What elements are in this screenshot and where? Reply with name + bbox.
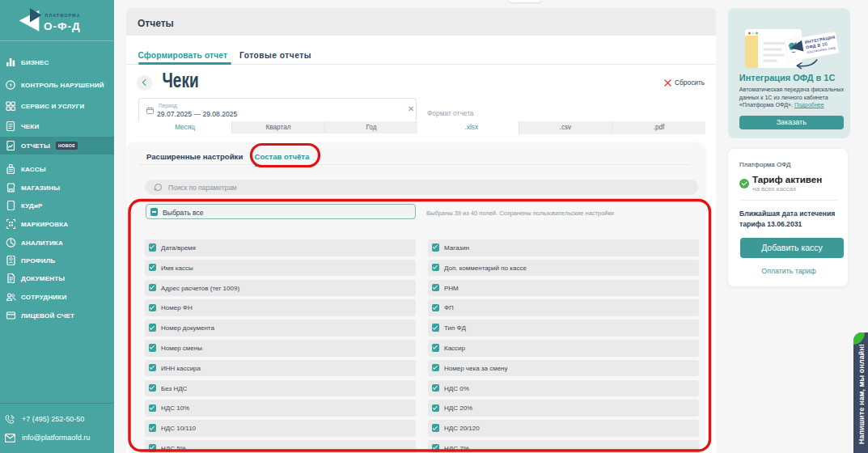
- svg-text:О-Ф-Д: О-Ф-Д: [44, 20, 81, 32]
- svg-text:ПЛАТФОРМА: ПЛАТФОРМА: [45, 13, 81, 18]
